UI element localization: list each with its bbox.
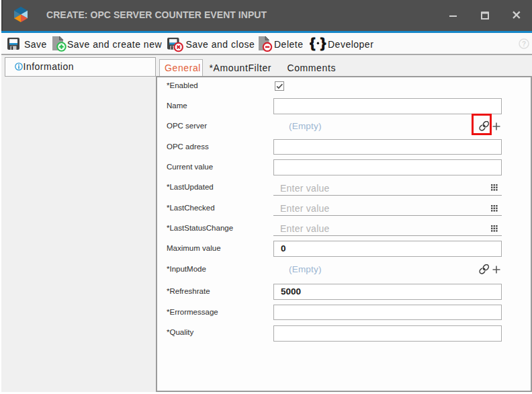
svg-text:{: { — [310, 35, 315, 50]
svg-text:?: ? — [521, 40, 525, 47]
svg-text:}: } — [320, 35, 326, 50]
